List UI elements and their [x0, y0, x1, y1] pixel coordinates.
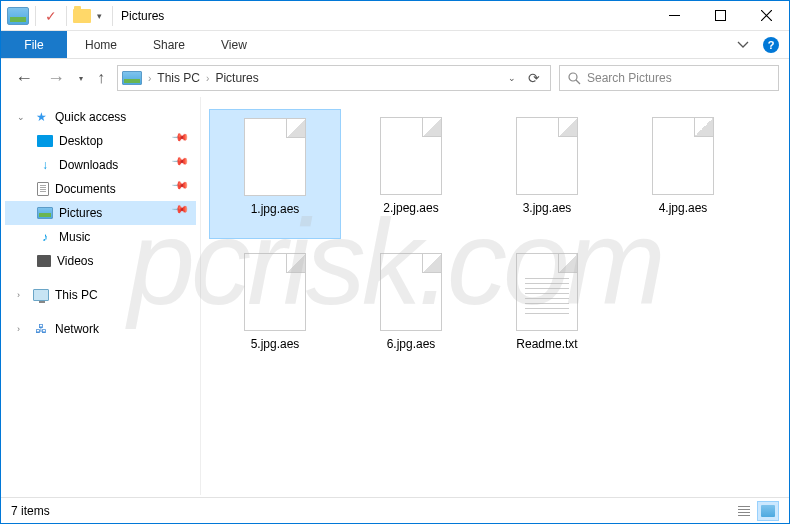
up-button[interactable]: ↑ [97, 69, 105, 87]
navigation-row: ← → ▾ ↑ › This PC › Pictures ⌄ ⟳ Search … [1, 59, 789, 97]
file-icon [652, 117, 714, 195]
file-icon [244, 118, 306, 196]
back-button[interactable]: ← [15, 68, 33, 89]
window-controls [651, 1, 789, 31]
tree-label: Music [59, 230, 90, 244]
tree-label: Documents [55, 182, 116, 196]
documents-icon [37, 182, 49, 196]
file-name: 6.jpg.aes [387, 337, 436, 351]
svg-rect-0 [669, 15, 680, 16]
file-icon [380, 253, 442, 331]
large-icons-view-button[interactable] [757, 501, 779, 521]
file-item[interactable]: 2.jpeg.aes [345, 109, 477, 239]
tree-label: Pictures [59, 206, 102, 220]
pin-icon: 📌 [171, 128, 197, 154]
sidebar-item-documents[interactable]: Documents 📌 [5, 177, 196, 201]
qat-dropdown-icon[interactable]: ▾ [97, 11, 102, 21]
file-item[interactable]: 3.jpg.aes [481, 109, 613, 239]
file-item[interactable]: 5.jpg.aes [209, 245, 341, 375]
file-icon [380, 117, 442, 195]
file-item[interactable]: 1.jpg.aes [209, 109, 341, 239]
network-node[interactable]: › 🖧 Network [5, 317, 196, 341]
status-bar: 7 items [1, 497, 789, 523]
pictures-icon [37, 207, 53, 219]
search-icon [568, 72, 581, 85]
ribbon-right: ? [735, 31, 789, 58]
tab-view[interactable]: View [203, 31, 265, 58]
tree-label: Desktop [59, 134, 103, 148]
tree-label: Downloads [59, 158, 118, 172]
pin-icon: 📌 [171, 176, 197, 202]
refresh-icon[interactable]: ⟳ [528, 70, 540, 86]
search-placeholder: Search Pictures [587, 71, 672, 85]
forward-button[interactable]: → [47, 68, 65, 89]
file-icon [516, 117, 578, 195]
expand-icon[interactable]: › [17, 324, 27, 334]
svg-point-2 [569, 73, 577, 81]
svg-line-3 [576, 80, 580, 84]
svg-rect-1 [715, 11, 725, 21]
music-icon: ♪ [37, 230, 53, 244]
file-name: Readme.txt [516, 337, 577, 351]
collapse-ribbon-icon[interactable] [735, 31, 751, 59]
nav-history: ← → ▾ ↑ [11, 68, 109, 89]
maximize-button[interactable] [697, 1, 743, 31]
location-icon [122, 71, 142, 85]
chevron-right-icon[interactable]: › [206, 73, 209, 84]
search-input[interactable]: Search Pictures [559, 65, 779, 91]
breadcrumb-segment[interactable]: Pictures [215, 71, 258, 85]
pc-icon [33, 289, 49, 301]
minimize-button[interactable] [651, 1, 697, 31]
quick-access-toolbar: ✓ ▾ Pictures [1, 6, 164, 26]
file-tab[interactable]: File [1, 31, 67, 58]
text-file-icon [516, 253, 578, 331]
history-dropdown-icon[interactable]: ▾ [79, 74, 83, 83]
downloads-icon: ↓ [37, 158, 53, 172]
properties-icon[interactable]: ✓ [42, 8, 60, 24]
tab-home[interactable]: Home [67, 31, 135, 58]
file-icon [244, 253, 306, 331]
file-name: 3.jpg.aes [523, 201, 572, 215]
tree-label: Videos [57, 254, 93, 268]
file-item[interactable]: 4.jpg.aes [617, 109, 749, 239]
separator [35, 6, 36, 26]
titlebar: ✓ ▾ Pictures [1, 1, 789, 31]
file-name: 5.jpg.aes [251, 337, 300, 351]
body: ⌄ ★ Quick access Desktop 📌 ↓ Downloads 📌… [1, 97, 789, 495]
tree-label: Network [55, 322, 99, 336]
separator [112, 6, 113, 26]
desktop-icon [37, 135, 53, 147]
file-name: 2.jpeg.aes [383, 201, 438, 215]
quick-access-node[interactable]: ⌄ ★ Quick access [5, 105, 196, 129]
breadcrumb-segment[interactable]: This PC [157, 71, 200, 85]
file-list[interactable]: 1.jpg.aes2.jpeg.aes3.jpg.aes4.jpg.aes5.j… [201, 97, 789, 495]
details-view-button[interactable] [733, 501, 755, 521]
help-icon[interactable]: ? [763, 37, 779, 53]
pin-icon: 📌 [171, 200, 197, 226]
address-dropdown-icon[interactable]: ⌄ [508, 73, 516, 83]
videos-icon [37, 255, 51, 267]
this-pc-node[interactable]: › This PC [5, 283, 196, 307]
file-name: 4.jpg.aes [659, 201, 708, 215]
pin-icon: 📌 [171, 152, 197, 178]
close-button[interactable] [743, 1, 789, 31]
star-icon: ★ [33, 110, 49, 124]
tree-label: This PC [55, 288, 98, 302]
tree-label: Quick access [55, 110, 126, 124]
tab-share[interactable]: Share [135, 31, 203, 58]
sidebar-item-pictures[interactable]: Pictures 📌 [5, 201, 196, 225]
chevron-right-icon[interactable]: › [148, 73, 151, 84]
sidebar-item-music[interactable]: ♪ Music [5, 225, 196, 249]
ribbon: File Home Share View ? [1, 31, 789, 59]
sidebar-item-videos[interactable]: Videos [5, 249, 196, 273]
file-name: 1.jpg.aes [251, 202, 300, 216]
expand-icon[interactable]: › [17, 290, 27, 300]
sidebar-item-desktop[interactable]: Desktop 📌 [5, 129, 196, 153]
new-folder-icon[interactable] [73, 9, 91, 23]
file-item[interactable]: Readme.txt [481, 245, 613, 375]
address-bar[interactable]: › This PC › Pictures ⌄ ⟳ [117, 65, 551, 91]
navigation-pane: ⌄ ★ Quick access Desktop 📌 ↓ Downloads 📌… [1, 97, 201, 495]
file-item[interactable]: 6.jpg.aes [345, 245, 477, 375]
sidebar-item-downloads[interactable]: ↓ Downloads 📌 [5, 153, 196, 177]
expand-icon[interactable]: ⌄ [17, 112, 27, 122]
